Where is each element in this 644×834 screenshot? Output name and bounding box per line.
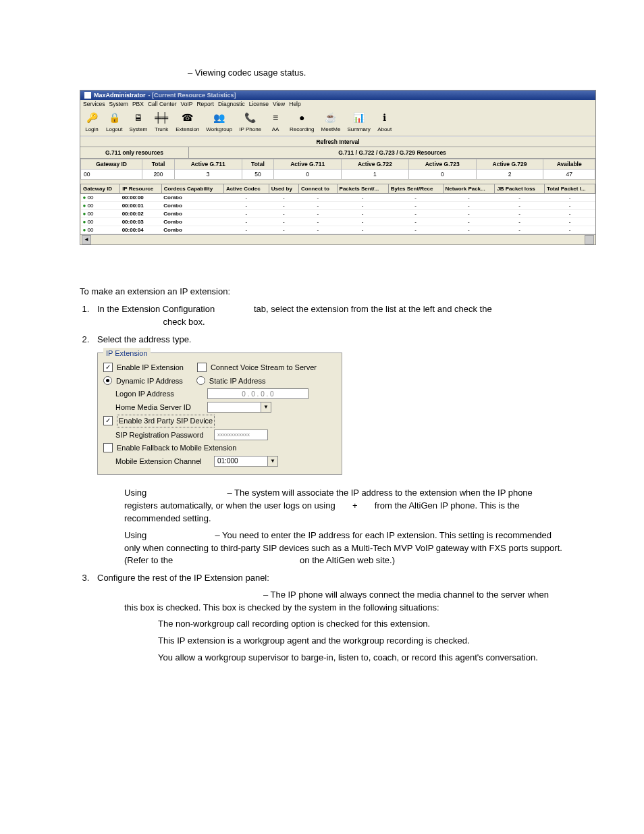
titlebar: MaxAdministrator - [Current Resource Sta… <box>80 90 595 100</box>
dropdown-icon[interactable]: ▼ <box>268 456 278 467</box>
mobile-ch-field[interactable]: 01:000 <box>214 456 268 467</box>
cell: - <box>443 226 495 234</box>
ip-extension-panel: IP Extension ✓ Enable IP Extension Conne… <box>97 353 342 475</box>
third-party-checkbox[interactable]: ✓ <box>103 416 113 425</box>
cell: - <box>495 193 545 201</box>
recording-icon: ● <box>294 111 309 126</box>
sip-pw-label: SIP Registration Password <box>115 429 210 441</box>
cell: - <box>223 201 269 209</box>
table-row[interactable]: ● 0000:00:00Combo-------- <box>81 193 595 201</box>
cell: - <box>269 226 298 234</box>
toolbar-logout-button[interactable]: 🔒Logout <box>106 111 122 133</box>
toolbar-label: AA <box>268 127 283 133</box>
cell: - <box>223 209 269 217</box>
toolbar-label: About <box>377 127 392 133</box>
cell: 3 <box>174 169 242 179</box>
app-window: MaxAdministrator - [Current Resource Sta… <box>80 90 596 245</box>
toolbar-aa-button[interactable]: ≡AA <box>268 111 283 133</box>
dropdown-icon[interactable]: ▼ <box>261 402 271 413</box>
cell: 00:00:01 <box>120 201 162 209</box>
table-row[interactable]: ● 0000:00:03Combo-------- <box>81 217 595 226</box>
about-icon: ℹ <box>377 111 392 126</box>
cell: - <box>388 201 443 209</box>
toolbar-summary-button[interactable]: 📊Summary <box>347 111 370 133</box>
cell: - <box>544 226 595 234</box>
detail-col: Active Codec <box>223 184 269 193</box>
scroll-right-icon[interactable] <box>585 235 594 244</box>
menubar: Services System PBX Call Center VoIP Rep… <box>80 100 595 108</box>
col-g711-r: Active G.711 <box>274 159 342 169</box>
static-ip-radio[interactable] <box>196 376 205 385</box>
menu-voip[interactable]: VoIP <box>180 101 192 107</box>
toolbar-about-button[interactable]: ℹAbout <box>377 111 392 133</box>
menu-help[interactable]: Help <box>289 101 300 107</box>
toolbar-workgroup-button[interactable]: 👥Workgroup <box>206 111 232 133</box>
table-row[interactable]: ● 0000:00:01Combo-------- <box>81 201 595 209</box>
toolbar-extension-button[interactable]: ☎Extension <box>176 111 199 133</box>
menu-callcenter[interactable]: Call Center <box>148 101 177 107</box>
cell: - <box>269 217 298 226</box>
connect-vs-label: Connect Voice Stream to Server <box>211 362 317 373</box>
intro-line: – Viewing codec usage status. <box>188 68 564 78</box>
menu-pbx[interactable]: PBX <box>132 101 144 107</box>
summary-table: Gateway ID Total Active G.711 Total Acti… <box>80 159 595 180</box>
menu-view[interactable]: View <box>273 101 285 107</box>
summary-icon: 📊 <box>352 111 367 126</box>
detail-table: Gateway IDIP ResourceCordecs CapabilityA… <box>80 184 595 234</box>
dynamic-ip-label: Dynamic IP Address <box>116 375 183 387</box>
home-server-field[interactable] <box>207 402 261 413</box>
cell: - <box>544 209 595 217</box>
cell: - <box>337 209 388 217</box>
toolbar-ipphone-button[interactable]: 📞IP Phone <box>239 111 261 133</box>
enable-ip-label: Enable IP Extension <box>117 362 184 373</box>
cell: - <box>337 217 388 226</box>
bullet-2: This IP extension is a workgroup agent a… <box>158 635 564 648</box>
toolbar-label: Trunk <box>154 127 169 133</box>
cell: - <box>388 193 443 201</box>
detail-col: JB Packet loss <box>495 184 545 193</box>
detail-col: Packets Sent/... <box>337 184 388 193</box>
toolbar-label: Login <box>84 127 99 133</box>
toolbar-recording-button[interactable]: ●Recording <box>290 111 314 133</box>
scrollbar[interactable]: ◄ <box>80 234 595 244</box>
cell: - <box>269 209 298 217</box>
col-gateway: Gateway ID <box>81 159 142 169</box>
dynamic-ip-radio[interactable] <box>103 376 112 385</box>
summary-row: 00 200 3 50 0 1 0 2 47 <box>81 169 595 179</box>
cell: - <box>269 193 298 201</box>
table-row[interactable]: ● 0000:00:02Combo-------- <box>81 209 595 217</box>
connect-vs-checkbox[interactable] <box>197 363 207 372</box>
cell: - <box>299 209 338 217</box>
panel-legend: IP Extension <box>103 348 151 359</box>
menu-system[interactable]: System <box>109 101 128 107</box>
menu-report[interactable]: Report <box>196 101 214 107</box>
toolbar-system-button[interactable]: 🖥System <box>129 111 147 133</box>
toolbar-login-button[interactable]: 🔑Login <box>84 111 99 133</box>
scroll-left-icon[interactable]: ◄ <box>82 235 91 244</box>
sip-pw-field[interactable]: xxxxxxxxxxxx <box>214 429 268 440</box>
fallback-checkbox[interactable] <box>103 443 113 452</box>
mobile-ch-label: Mobile Extension Channel <box>115 456 210 467</box>
cell: - <box>443 209 495 217</box>
cell: - <box>544 217 595 226</box>
toolbar-label: Workgroup <box>206 127 232 133</box>
toolbar-label: IP Phone <box>239 127 261 133</box>
col-total-r: Total <box>242 159 274 169</box>
table-row[interactable]: ● 0000:00:04Combo-------- <box>81 226 595 234</box>
cell: - <box>223 193 269 201</box>
static-desc: Using – You need to enter the IP address… <box>124 529 564 568</box>
resources-title: G.711 / G.722 / G.723 / G.729 Resources <box>189 147 595 159</box>
enable-ip-checkbox[interactable]: ✓ <box>103 363 113 372</box>
static-ip-label: Static IP Address <box>209 375 266 387</box>
cell: - <box>337 193 388 201</box>
logon-ip-field[interactable]: 0 . 0 . 0 . 0 <box>207 388 308 399</box>
toolbar-meetme-button[interactable]: ☕MeetMe <box>321 111 341 133</box>
col-g722: Active G.722 <box>342 159 409 169</box>
menu-license[interactable]: License <box>249 101 269 107</box>
cell: 47 <box>543 169 595 179</box>
toolbar-trunk-button[interactable]: ╪╪Trunk <box>154 111 169 133</box>
menu-diagnostic[interactable]: Diagnostic <box>218 101 245 107</box>
cell: ● 00 <box>81 193 120 201</box>
menu-services[interactable]: Services <box>83 101 105 107</box>
cell: 2 <box>476 169 543 179</box>
